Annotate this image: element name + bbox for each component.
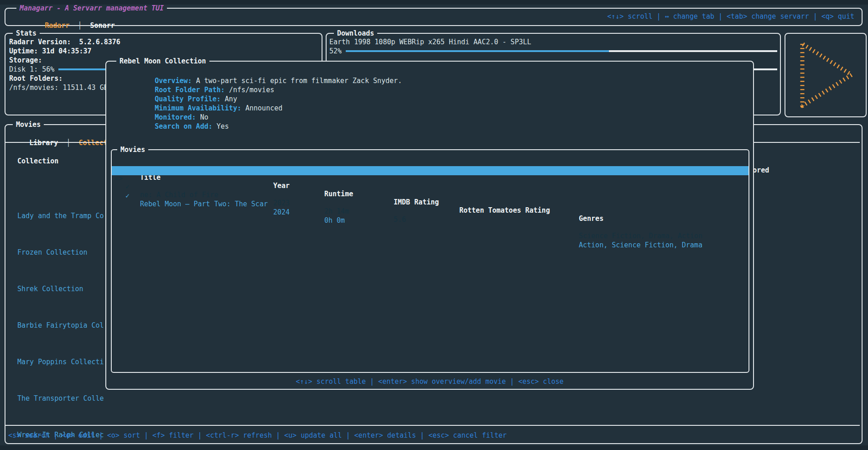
modal-field-label: Minimum Availability:	[155, 104, 241, 112]
collection-name: Lady and the Tramp Co	[17, 211, 104, 220]
modal-field-label: Overview:	[155, 77, 192, 85]
field-space	[192, 77, 196, 85]
modal-field-label: Quality Profile:	[155, 95, 221, 103]
tab-sonarr[interactable]: Sonarr	[90, 21, 115, 30]
tab-separator2	[82, 21, 90, 30]
collection-name: Frozen Collection	[17, 248, 88, 257]
modal-field-label: Root Folder Path:	[155, 86, 225, 94]
uptime: Uptime: 31d 04:35:37	[9, 47, 318, 56]
download-progress-row: 52%	[329, 47, 777, 56]
field-space	[213, 122, 217, 131]
tabs-space2	[70, 139, 78, 147]
tabs-space1	[58, 139, 66, 147]
logo-panel	[785, 33, 867, 117]
stats-panel-title: Stats	[13, 29, 40, 38]
movies-table-rows: => ✓ ne: A Child of Fire 2023 2h 14m 5.6…	[112, 166, 748, 184]
modal-field: Overview: A two-part sci-fi epic from fi…	[114, 67, 402, 76]
modal-field-value: Any	[225, 95, 237, 103]
terminal-edge-bottom	[0, 445, 868, 450]
field-space	[241, 104, 245, 112]
movie-imdb-rating: 5.6	[394, 215, 406, 224]
topbar: Managarr - A Servarr management TUI Rada…	[5, 8, 863, 26]
field-space	[221, 95, 225, 103]
collection-name: Barbie Fairytopia Col	[17, 321, 104, 330]
movie-genres: Science Fiction, Drama, Action	[579, 232, 702, 240]
movies-table-header-row: ✓ Title Year Runtime IMDB Rating Rotten …	[112, 157, 748, 166]
movie-runtime: 2h 14m	[324, 207, 349, 215]
modal-field-value: Yes	[217, 122, 229, 131]
modal-movies-table: Movies ✓ Title Year Runtime IMDB Rating …	[111, 149, 749, 373]
download-percent: 52%	[329, 47, 342, 55]
download-item[interactable]: Earth 1998 1080p WEBRip x265 Hindi AAC2.…	[329, 37, 777, 56]
header-runtime: Runtime	[324, 190, 353, 198]
radarr-version: Radarr Version: 5.2.6.8376	[9, 37, 318, 47]
modal-field-value: No	[200, 113, 208, 121]
collection-name: The Transporter Colle	[17, 394, 104, 403]
modal-field-label: Monitored:	[155, 113, 196, 121]
movie-year: 2023	[273, 199, 290, 207]
collections-keybindings: <s> search | <e> edit | <o> sort | <f> f…	[8, 431, 507, 440]
movie-row[interactable]: => ✓ ne: A Child of Fire 2023 2h 14m 5.6…	[112, 166, 748, 175]
movie-monitored-check: ✓	[125, 192, 130, 200]
movie-year: 2024	[273, 208, 290, 216]
disk-usage-label: Disk 1: 56%	[9, 65, 54, 73]
managarr-app: Managarr - A Servarr management TUI Rada…	[0, 0, 868, 450]
modal-title: Rebel Moon Collection	[116, 57, 209, 66]
download-progress-gauge	[346, 50, 777, 52]
terminal-edge-top	[0, 0, 868, 5]
modal-field-label: Search on Add:	[155, 122, 212, 131]
modal-fields: Overview: A two-part sci-fi epic from fi…	[114, 67, 402, 122]
collection-row[interactable]: Wreck-It Ralph Collec	[5, 412, 860, 421]
topbar-keybindings: <↑↓> scroll | ↔ change tab | <tab> chang…	[607, 12, 854, 21]
collection-details-modal: Rebel Moon Collection Overview: A two-pa…	[105, 61, 754, 390]
keybar-separator-line	[5, 425, 860, 426]
download-name: Earth 1998 1080p WEBRip x265 Hindi AAC2.…	[329, 37, 777, 47]
header-imdb-rating: IMDB Rating	[394, 198, 439, 206]
modal-movies-table-title: Movies	[117, 145, 148, 154]
field-space	[196, 113, 200, 121]
tab-separator	[69, 21, 78, 30]
header-rotten-tomatoes-rating: Rotten Tomatoes Rating	[459, 206, 550, 215]
downloads-panel-title: Downloads	[334, 29, 377, 38]
collection-name: Mary Poppins Collecti	[17, 357, 104, 366]
tab-library[interactable]: Library	[29, 139, 58, 147]
movies-panel-title: Movies	[13, 120, 44, 129]
movie-genres: Action, Science Fiction, Drama	[579, 241, 702, 249]
tab-radarr[interactable]: Radarr	[45, 21, 69, 30]
modal-field-value: Announced	[245, 104, 282, 112]
modal-field-value: A two-part sci-fi epic from filmmaker Za…	[196, 77, 402, 85]
movie-title: Rebel Moon – Part Two: The Scar	[140, 200, 268, 208]
modal-field-value: /nfs/movies	[229, 86, 274, 94]
modal-keybindings: <↑↓> scroll table | <enter> show overvie…	[106, 377, 753, 386]
header-genres: Genres	[579, 215, 603, 223]
collection-name: Shrek Collection	[17, 284, 83, 293]
field-space	[225, 86, 229, 94]
movie-row[interactable]: ✓ Rebel Moon – Part Two: The Scar 2024 0…	[112, 175, 748, 184]
managarr-play-logo-icon	[791, 37, 860, 113]
movie-runtime: 0h 0m	[324, 216, 345, 225]
app-title: Managarr - A Servarr management TUI	[16, 4, 167, 13]
